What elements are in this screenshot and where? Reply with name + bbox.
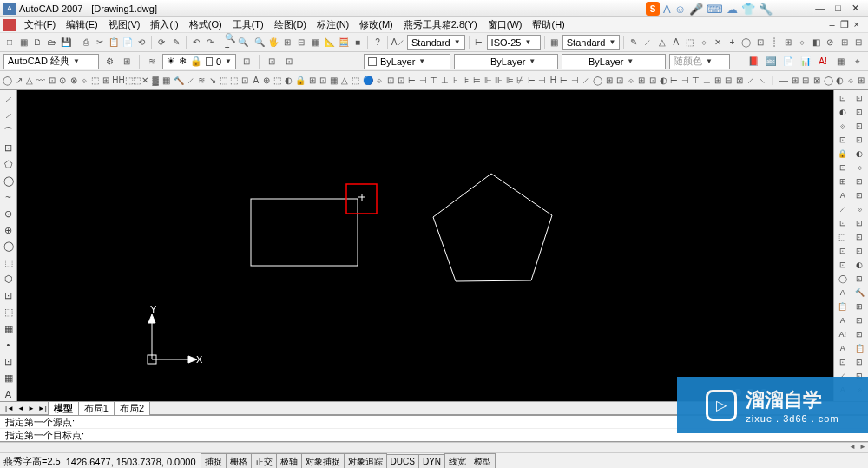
maximize-button[interactable]: □ <box>835 3 841 14</box>
modify-tool-icon[interactable]: ⊡ <box>852 273 866 285</box>
modify-tool-icon[interactable]: ⊡ <box>852 92 866 104</box>
tool-icon[interactable]: ⊢ <box>407 74 418 88</box>
tool-icon[interactable]: ⬚ <box>90 74 101 88</box>
modify-tool-icon[interactable]: ◯ <box>836 273 850 285</box>
tool-icon[interactable]: △ <box>25 74 36 88</box>
tool-icon[interactable]: HH <box>112 74 125 88</box>
modify-tool-icon[interactable]: ⊡ <box>852 217 866 229</box>
modify-tool-icon[interactable]: ◐ <box>852 148 866 160</box>
doc-close[interactable]: × <box>854 19 859 30</box>
tool-icon[interactable]: ◐ <box>659 74 669 88</box>
tool-icon[interactable]: ⊡ <box>319 74 329 88</box>
draw-tool-icon[interactable]: ⌒ <box>2 125 16 139</box>
layer-icon[interactable]: ≋ <box>145 55 159 69</box>
menu-insert[interactable]: 插入(I) <box>145 18 183 31</box>
dyn-toggle[interactable]: DYN <box>418 454 445 468</box>
copy-icon[interactable]: 📋 <box>108 36 120 49</box>
workspace-settings-icon[interactable]: ⚙ <box>102 55 116 69</box>
tool-icon[interactable]: ⊞ <box>790 74 800 88</box>
help-icon[interactable]: ? <box>372 36 384 49</box>
snap-toggle[interactable]: 捕捉 <box>201 453 227 469</box>
draw-tool-icon[interactable]: ▦ <box>2 321 16 335</box>
tool-icon[interactable]: ⊡ <box>240 55 253 69</box>
modify-tool-icon[interactable]: 🔒 <box>836 148 850 160</box>
tool-icon[interactable]: ⊞ <box>857 74 867 88</box>
close-button[interactable]: ✕ <box>852 3 859 14</box>
menu-modify[interactable]: 修改(M) <box>354 18 398 31</box>
tool-icon[interactable]: ⟐ <box>375 74 385 88</box>
modify-tool-icon[interactable]: ⟐ <box>852 161 866 174</box>
modify-tool-icon[interactable]: ⬚ <box>836 231 850 243</box>
tool-icon[interactable]: 🔨 <box>173 74 185 88</box>
menu-draw[interactable]: 绘图(D) <box>269 18 312 31</box>
tool-icon[interactable]: ⊡ <box>754 36 766 49</box>
tool-icon[interactable]: H <box>549 74 559 88</box>
tool-icon[interactable]: ◯ <box>740 36 752 49</box>
new-icon[interactable]: 🗋 <box>31 36 43 49</box>
modify-tool-icon[interactable]: ⊡ <box>852 231 866 243</box>
tool-icon[interactable]: ⟐ <box>845 74 856 88</box>
tool-icon[interactable]: ✎ <box>169 36 181 49</box>
modify-tool-icon[interactable]: ◐ <box>852 259 866 271</box>
tool-icon[interactable]: ⬚ <box>351 74 361 88</box>
tool-icon[interactable]: ⊡ <box>397 74 407 88</box>
ime-icon[interactable]: ☺ <box>674 3 686 16</box>
dimstyle-icon[interactable]: ⊢ <box>472 36 484 49</box>
modify-tool-icon[interactable]: ⊡ <box>836 217 850 229</box>
cut-icon[interactable]: ✂ <box>94 36 106 49</box>
draw-tool-icon[interactable]: ⊡ <box>2 354 16 368</box>
tool-icon[interactable]: ⬚ <box>684 36 696 49</box>
tab-layout2[interactable]: 布局2 <box>114 401 150 416</box>
pan-icon[interactable]: 🖐 <box>267 36 279 49</box>
draw-tool-icon[interactable]: ⬠ <box>2 158 16 172</box>
tool-icon[interactable]: ◧ <box>810 36 822 49</box>
ime-icon[interactable]: ☁ <box>727 3 738 16</box>
modify-tool-icon[interactable]: A <box>836 287 850 299</box>
modify-tool-icon[interactable]: ⟐ <box>836 120 850 132</box>
tool-icon[interactable]: ┊ <box>768 36 780 49</box>
tool-icon[interactable]: ⟐ <box>796 36 808 49</box>
redo-icon[interactable]: ↷ <box>204 36 216 49</box>
print-icon[interactable]: ⎙ <box>80 36 92 49</box>
drawing-canvas[interactable]: Y X <box>17 90 833 401</box>
tab-nav-first[interactable]: |◄ <box>3 405 16 412</box>
tool-icon[interactable]: □ <box>3 36 16 49</box>
modify-tool-icon[interactable]: A! <box>836 328 850 340</box>
tool-icon[interactable]: ⟋ <box>746 74 756 88</box>
modify-tool-icon[interactable]: ⊡ <box>852 356 866 368</box>
modify-tool-icon[interactable]: ⊡ <box>836 356 850 368</box>
modify-tool-icon[interactable]: ◐ <box>836 106 850 118</box>
tool-icon[interactable]: ⊟ <box>852 36 865 49</box>
tool-icon[interactable]: ⊡ <box>47 74 57 88</box>
tool-icon[interactable]: ⌖ <box>851 55 865 69</box>
modify-tool-icon[interactable]: ⊡ <box>836 259 850 271</box>
draw-tool-icon[interactable]: ▦ <box>2 371 16 385</box>
tool-icon[interactable]: 🔒 <box>294 74 306 88</box>
tool-icon[interactable]: ⊗ <box>69 74 79 88</box>
tool-icon[interactable]: ⊢ <box>669 74 680 88</box>
menu-edit[interactable]: 编辑(E) <box>61 18 103 31</box>
tool-icon[interactable]: ⊞ <box>637 74 648 88</box>
tab-model[interactable]: 模型 <box>48 401 79 416</box>
tool-icon[interactable]: ⟐ <box>626 74 636 88</box>
match-icon[interactable]: ⟲ <box>135 36 148 49</box>
linetype-combo[interactable]: ———ByLayer▼ <box>454 54 558 69</box>
tool-icon[interactable]: ⊞ <box>120 55 134 69</box>
textstyle-icon[interactable]: A⟋ <box>391 36 405 49</box>
tool-icon[interactable]: ⊬ <box>516 74 526 88</box>
tool-icon[interactable]: ⊞ <box>307 74 318 88</box>
tool-icon[interactable]: ⊨ <box>472 74 483 88</box>
tool-icon[interactable]: | <box>768 74 779 88</box>
tab-nav-prev[interactable]: ◄ <box>16 405 26 412</box>
zoom-out-icon[interactable]: 🔍- <box>238 36 252 49</box>
tool-icon[interactable]: ⊥ <box>702 74 713 88</box>
modify-tool-icon[interactable]: ⊡ <box>852 189 866 201</box>
sogou-icon[interactable]: S <box>646 2 660 16</box>
modify-tool-icon[interactable]: A <box>836 189 850 201</box>
tool-icon[interactable]: ✕ <box>712 36 724 49</box>
tool-icon[interactable]: ▓ <box>151 74 161 88</box>
tool-icon[interactable]: ▦ <box>309 36 321 49</box>
modify-tool-icon[interactable]: ⊡ <box>836 245 850 257</box>
draw-tool-icon[interactable]: ⬚ <box>2 256 16 270</box>
calc-icon[interactable]: 🧮 <box>338 36 350 49</box>
